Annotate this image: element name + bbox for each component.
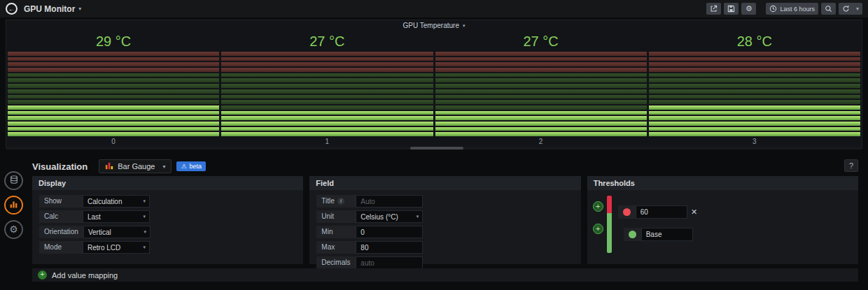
min-input[interactable]: [356, 226, 423, 238]
viz-type-name: Bar Gauge: [118, 162, 155, 171]
threshold-color-picker[interactable]: [629, 231, 636, 238]
lcd-cell: [649, 52, 860, 56]
save-dashboard-button[interactable]: [724, 3, 738, 15]
mode-label: Mode: [39, 241, 83, 254]
tab-visualization[interactable]: [4, 196, 23, 215]
lcd-cell: [649, 62, 860, 66]
remove-threshold-icon[interactable]: ✕: [687, 205, 701, 219]
field-section-title: Field: [309, 176, 580, 190]
lcd-cell: [221, 78, 433, 82]
zoom-out-time-button[interactable]: [821, 3, 836, 15]
help-button[interactable]: ?: [844, 159, 858, 172]
plus-icon: +: [38, 270, 47, 280]
field-section: Field Title i Unit Celsius (°C)▾ Min M: [309, 176, 580, 264]
lcd-cell: [8, 62, 219, 66]
lcd-cell: [221, 62, 433, 66]
dashboard-settings-button[interactable]: ⚙: [741, 3, 756, 15]
horizontal-scrollbar-track[interactable]: [6, 147, 862, 150]
panel-title-caret-icon: ▾: [463, 23, 465, 29]
orientation-select[interactable]: Vertical▾: [83, 226, 150, 238]
lcd-cell: [649, 111, 860, 115]
gauge-value: 29 °C: [8, 31, 219, 52]
lcd-cell: [8, 78, 219, 82]
gauge-label: 2: [435, 136, 647, 147]
gauge-value: 28 °C: [649, 31, 860, 52]
tab-queries[interactable]: [4, 171, 23, 190]
viz-type-picker[interactable]: Bar Gauge ▾: [99, 159, 172, 173]
lcd-cell: [435, 106, 647, 110]
database-icon: [9, 175, 19, 187]
gpu-temperature-panel: GPU Temperature ▾ 29 °C 0 27 °C 1 27 °C …: [6, 20, 862, 149]
add-threshold-button[interactable]: +: [593, 224, 603, 234]
editor-sections: Display Show Calculation▾ Calc Last▾ Ori…: [32, 176, 858, 264]
share-button[interactable]: [706, 3, 721, 15]
lcd-cell: [649, 100, 860, 104]
lcd-cell: [8, 111, 219, 115]
title-input[interactable]: [356, 195, 423, 208]
title-label: Title i: [316, 195, 356, 208]
visualization-header: Visualization Bar Gauge ▾ ⚠ beta: [32, 159, 840, 174]
threshold-color-picker[interactable]: [623, 208, 631, 216]
lcd-cell: [435, 127, 647, 131]
gear-icon: ⚙: [746, 5, 752, 13]
lcd-cell: [649, 116, 860, 120]
lcd-cell: [649, 68, 860, 72]
calc-select[interactable]: Last▾: [83, 210, 150, 223]
lcd-cell: [649, 73, 860, 78]
bar-gauge-0: 29 °C 0: [8, 31, 219, 147]
picker-caret-icon: ▾: [162, 164, 165, 170]
lcd-cell: [649, 78, 860, 82]
lcd-cell: [221, 68, 433, 72]
display-section-title: Display: [32, 176, 303, 190]
lcd-cell: [221, 111, 433, 115]
lcd-cell: [221, 106, 433, 110]
lcd-cell: [221, 57, 433, 61]
min-label: Min: [316, 226, 356, 238]
visualization-heading: Visualization: [32, 161, 88, 172]
mode-select[interactable]: Retro LCD▾: [83, 241, 150, 254]
bar-chart-icon: [9, 199, 18, 212]
chevron-down-icon: ▾: [143, 245, 146, 250]
lcd-cell: [8, 106, 219, 110]
lcd-cell: [435, 62, 647, 66]
search-icon: [825, 5, 832, 13]
show-select[interactable]: Calculation▾: [83, 195, 150, 208]
unit-select[interactable]: Celsius (°C)▾: [356, 210, 423, 223]
add-threshold-button[interactable]: +: [593, 201, 603, 212]
warning-icon: ⚠: [181, 163, 186, 170]
thresholds-section: Thresholds + + ✕: [587, 176, 858, 264]
add-value-mapping-button[interactable]: + Add value mapping: [32, 268, 858, 282]
refresh-icon: [842, 5, 850, 13]
threshold-value-input[interactable]: [636, 205, 687, 219]
lcd-cell: [435, 52, 647, 56]
lcd-cell: [435, 100, 647, 104]
unit-label: Unit: [316, 210, 356, 223]
time-range-picker[interactable]: Last 6 hours: [766, 3, 818, 15]
threshold-red-zone: [607, 196, 612, 213]
lcd-cell: [221, 84, 433, 88]
threshold-base-input[interactable]: [641, 228, 693, 241]
horizontal-scrollbar-thumb[interactable]: [410, 147, 463, 150]
top-navbar: ← GPU Monitor ▾ ⚙ Last 6 hours: [0, 0, 868, 17]
lcd-cell: [221, 100, 433, 104]
lcd-cell: [435, 111, 647, 115]
tab-general[interactable]: ⚙: [4, 220, 23, 239]
beta-badge: ⚠ beta: [176, 161, 206, 171]
lcd-cell: [435, 57, 647, 61]
lcd-cells: [221, 52, 433, 136]
chevron-down-icon: ▾: [143, 198, 146, 204]
max-input[interactable]: [356, 241, 423, 254]
lcd-cell: [435, 89, 647, 94]
lcd-cell: [649, 57, 860, 61]
lcd-cell: [649, 106, 860, 110]
bar-gauge-2: 27 °C 2: [435, 31, 647, 147]
lcd-cell: [649, 127, 860, 131]
dashboard-title[interactable]: GPU Monitor: [24, 4, 75, 14]
panel-title-menu[interactable]: GPU Temperature ▾: [6, 20, 862, 31]
threshold-row: ✕: [618, 205, 701, 219]
chevron-down-icon: ▾: [143, 214, 146, 219]
back-button[interactable]: ←: [6, 3, 18, 15]
refresh-button[interactable]: ▾: [839, 3, 862, 15]
info-icon: i: [337, 198, 344, 205]
decimals-input[interactable]: [356, 256, 423, 269]
